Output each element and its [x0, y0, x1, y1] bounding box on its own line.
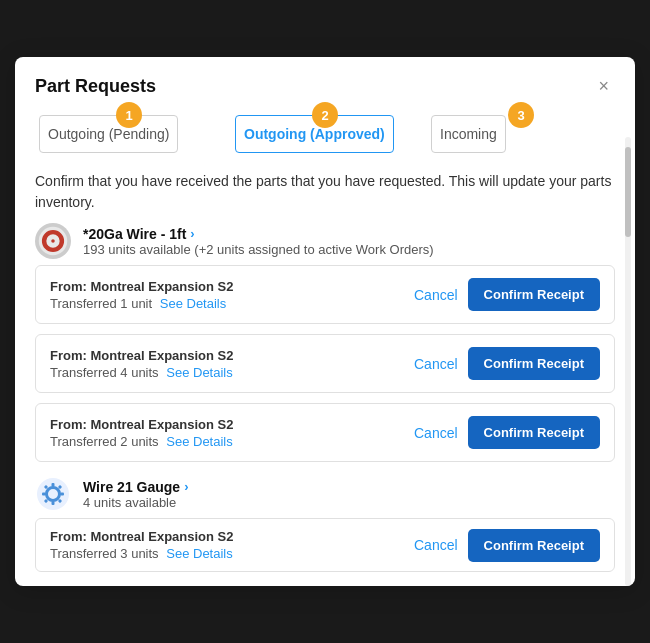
cancel-button-1-0[interactable]: Cancel [414, 537, 458, 553]
svg-rect-8 [60, 493, 64, 496]
transfer-from-0-0: From: Montreal Expansion S2 [50, 279, 414, 294]
svg-point-3 [51, 239, 55, 243]
transfer-from-1-0: From: Montreal Expansion S2 [50, 529, 414, 544]
transfer-card-0-0: From: Montreal Expansion S2 Transferred … [35, 265, 615, 324]
see-details-0-0[interactable]: See Details [160, 296, 226, 311]
tabs-container: 1 Outgoing (Pending) 2 Outgoing (Approve… [15, 97, 635, 153]
step-badge-3: 3 [508, 102, 534, 128]
close-button[interactable]: × [592, 75, 615, 97]
transfer-actions-0-0: Cancel Confirm Receipt [414, 278, 600, 311]
see-details-0-1[interactable]: See Details [166, 365, 232, 380]
svg-rect-7 [42, 493, 46, 496]
transfer-units-0-0: Transferred 1 unit See Details [50, 296, 414, 311]
transfer-actions-1-0: Cancel Confirm Receipt [414, 529, 600, 562]
transfer-from-0-2: From: Montreal Expansion S2 [50, 417, 414, 432]
confirm-button-0-1[interactable]: Confirm Receipt [468, 347, 600, 380]
part-chevron-0[interactable]: › [190, 226, 194, 241]
tab-wrapper-2: 2 Outgoing (Approved) [231, 115, 419, 153]
description-text: Confirm that you have received the parts… [15, 153, 635, 223]
part-name-0: *20Ga Wire - 1ft › [83, 226, 615, 242]
scrollbar-track [625, 137, 631, 586]
part-header-1: Wire 21 Gauge › 4 units available [35, 476, 615, 512]
transfer-units-1-0: Transferred 3 units See Details [50, 546, 414, 561]
svg-rect-6 [52, 501, 55, 505]
confirm-button-1-0[interactable]: Confirm Receipt [468, 529, 600, 562]
modal-title: Part Requests [35, 76, 156, 97]
transfer-units-0-2: Transferred 2 units See Details [50, 434, 414, 449]
see-details-1-0[interactable]: See Details [166, 546, 232, 561]
transfer-info-0-1: From: Montreal Expansion S2 Transferred … [50, 348, 414, 380]
transfer-units-0-1: Transferred 4 units See Details [50, 365, 414, 380]
tab-outgoing-pending[interactable]: Outgoing (Pending) [39, 115, 178, 153]
confirm-button-0-0[interactable]: Confirm Receipt [468, 278, 600, 311]
part-name-1: Wire 21 Gauge › [83, 479, 615, 495]
part-header-0: *20Ga Wire - 1ft › 193 units available (… [35, 223, 615, 259]
svg-rect-5 [52, 483, 55, 487]
tab-wrapper-1: 1 Outgoing (Pending) [35, 115, 223, 153]
part-info-1: Wire 21 Gauge › 4 units available [83, 479, 615, 510]
tab-incoming[interactable]: Incoming [431, 115, 506, 153]
transfer-from-0-1: From: Montreal Expansion S2 [50, 348, 414, 363]
transfer-actions-0-1: Cancel Confirm Receipt [414, 347, 600, 380]
transfer-actions-0-2: Cancel Confirm Receipt [414, 416, 600, 449]
part-section-0: *20Ga Wire - 1ft › 193 units available (… [35, 223, 615, 462]
step-badge-1: 1 [116, 102, 142, 128]
step-badge-2: 2 [312, 102, 338, 128]
svg-point-4 [37, 478, 69, 510]
tab-wrapper-3: 3 Incoming [427, 115, 615, 153]
cancel-button-0-2[interactable]: Cancel [414, 425, 458, 441]
part-chevron-1[interactable]: › [184, 479, 188, 494]
transfer-info-1-0: From: Montreal Expansion S2 Transferred … [50, 529, 414, 561]
wire-icon [35, 223, 71, 259]
part-units-0: 193 units available (+2 units assigned t… [83, 242, 615, 257]
part-units-1: 4 units available [83, 495, 615, 510]
modal-header: Part Requests × [15, 57, 635, 97]
transfer-info-0-0: From: Montreal Expansion S2 Transferred … [50, 279, 414, 311]
part-info-0: *20Ga Wire - 1ft › 193 units available (… [83, 226, 615, 257]
cancel-button-0-1[interactable]: Cancel [414, 356, 458, 372]
transfer-info-0-2: From: Montreal Expansion S2 Transferred … [50, 417, 414, 449]
modal-body: *20Ga Wire - 1ft › 193 units available (… [15, 223, 635, 586]
part-requests-modal: Part Requests × 1 Outgoing (Pending) 2 O… [15, 57, 635, 586]
gear-part-icon-1 [35, 476, 71, 512]
scrollbar-thumb[interactable] [625, 147, 631, 237]
part-section-1: Wire 21 Gauge › 4 units available From: … [35, 476, 615, 572]
transfer-card-0-2: From: Montreal Expansion S2 Transferred … [35, 403, 615, 462]
transfer-card-1-0: From: Montreal Expansion S2 Transferred … [35, 518, 615, 572]
transfer-card-0-1: From: Montreal Expansion S2 Transferred … [35, 334, 615, 393]
cancel-button-0-0[interactable]: Cancel [414, 287, 458, 303]
confirm-button-0-2[interactable]: Confirm Receipt [468, 416, 600, 449]
see-details-0-2[interactable]: See Details [166, 434, 232, 449]
